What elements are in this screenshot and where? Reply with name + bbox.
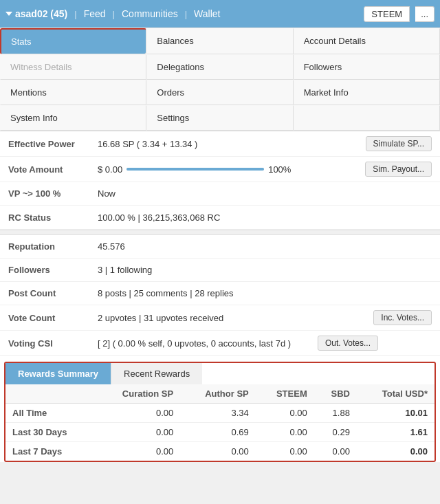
sim-payout-button[interactable]: Sim. Payout... bbox=[365, 162, 432, 177]
rewards-table: Curation SP Author SP STEEM SBD Total US… bbox=[6, 384, 434, 461]
row-curation-2: 0.00 bbox=[95, 442, 180, 461]
post-count-value: 8 posts | 25 comments | 28 replies bbox=[98, 288, 432, 298]
menu-item-system-info[interactable]: System Info bbox=[0, 105, 146, 131]
effective-power-label: Effective Power bbox=[8, 139, 98, 149]
row-author-1: 0.69 bbox=[180, 423, 256, 442]
tab-rewards-summary[interactable]: Rewards Summary bbox=[6, 363, 111, 384]
vote-slider-track[interactable] bbox=[126, 168, 264, 171]
effective-power-row: Effective Power 16.68 SP ( 3.34 + 13.34 … bbox=[0, 131, 440, 157]
menu-item-followers[interactable]: Followers bbox=[294, 54, 440, 80]
row-steem-0: 0.00 bbox=[256, 404, 314, 423]
nav-communities[interactable]: Communities bbox=[122, 8, 178, 19]
stats-section-social: Reputation 45.576 Followers 3 | 1 follow… bbox=[0, 235, 440, 356]
rewards-tabs: Rewards Summary Recent Rewards bbox=[6, 363, 434, 384]
rewards-section: Rewards Summary Recent Rewards Curation … bbox=[4, 362, 436, 462]
vp-value: Now bbox=[98, 188, 432, 199]
dots-button[interactable]: ... bbox=[415, 6, 434, 22]
col-header-steem: STEEM bbox=[256, 384, 314, 404]
followers-value: 3 | 1 following bbox=[98, 265, 432, 275]
nav-username: asad02 (45) bbox=[15, 8, 67, 19]
stats-section-power: Effective Power 16.68 SP ( 3.34 + 13.34 … bbox=[0, 131, 440, 230]
col-header-curation: Curation SP bbox=[95, 384, 180, 404]
vote-slider-container: $ 0.00 100% bbox=[98, 164, 365, 175]
vote-count-label: Vote Count bbox=[8, 313, 98, 323]
col-header-sbd: SBD bbox=[314, 384, 357, 404]
stats-divider-1 bbox=[0, 230, 440, 235]
menu-item-delegations[interactable]: Delegations bbox=[146, 54, 293, 80]
menu-grid: Stats Balances Account Details Witness D… bbox=[0, 28, 440, 131]
voting-csi-row: Voting CSI [ 2] ( 0.00 % self, 0 upvotes… bbox=[0, 331, 440, 355]
post-count-label: Post Count bbox=[8, 288, 98, 298]
reputation-value: 45.576 bbox=[98, 241, 432, 252]
col-header-total: Total USD* bbox=[357, 384, 434, 404]
row-total-0: 10.01 bbox=[357, 404, 434, 423]
rc-label: RC Status bbox=[8, 212, 98, 223]
menu-item-witness-details: Witness Details bbox=[0, 54, 146, 80]
reputation-row: Reputation 45.576 bbox=[0, 235, 440, 259]
post-count-row: Post Count 8 posts | 25 comments | 28 re… bbox=[0, 282, 440, 305]
menu-item-balances[interactable]: Balances bbox=[146, 28, 293, 54]
row-label-0: All Time bbox=[6, 404, 95, 423]
nav-sep-2: | bbox=[113, 9, 115, 19]
menu-item-account-details[interactable]: Account Details bbox=[294, 28, 440, 54]
menu-item-mentions[interactable]: Mentions bbox=[0, 80, 146, 105]
row-sbd-0: 1.88 bbox=[314, 404, 357, 423]
nav-sep-3: | bbox=[185, 9, 187, 19]
col-header-label bbox=[6, 384, 95, 404]
row-sbd-1: 0.29 bbox=[314, 423, 357, 442]
vote-amount-row: Vote Amount $ 0.00 100% Sim. Payout... bbox=[0, 157, 440, 182]
reputation-label: Reputation bbox=[8, 241, 98, 252]
menu-item-stats[interactable]: Stats bbox=[0, 28, 146, 54]
menu-item-orders[interactable]: Orders bbox=[146, 80, 293, 105]
followers-label: Followers bbox=[8, 265, 98, 275]
dropdown-icon bbox=[6, 12, 12, 16]
row-steem-1: 0.00 bbox=[256, 423, 314, 442]
top-nav: asad02 (45) | Feed | Communities | Walle… bbox=[0, 0, 440, 28]
voting-csi-value: [ 2] ( 0.00 % self, 0 upvotes, 0 account… bbox=[98, 338, 318, 349]
nav-feed[interactable]: Feed bbox=[84, 8, 106, 19]
row-curation-1: 0.00 bbox=[95, 423, 180, 442]
row-label-2: Last 7 Days bbox=[6, 442, 95, 461]
col-header-author: Author SP bbox=[180, 384, 256, 404]
out-votes-button[interactable]: Out. Votes... bbox=[318, 336, 378, 351]
followers-row: Followers 3 | 1 following bbox=[0, 259, 440, 282]
nav-user[interactable]: asad02 (45) bbox=[6, 8, 67, 19]
vote-count-row: Vote Count 2 upvotes | 31 upvotes receiv… bbox=[0, 305, 440, 331]
tab-recent-rewards[interactable]: Recent Rewards bbox=[111, 363, 202, 384]
table-row: All Time 0.00 3.34 0.00 1.88 10.01 bbox=[6, 404, 434, 423]
stats-content: Effective Power 16.68 SP ( 3.34 + 13.34 … bbox=[0, 131, 440, 462]
row-total-1: 1.61 bbox=[357, 423, 434, 442]
row-author-2: 0.00 bbox=[180, 442, 256, 461]
menu-item-market-info[interactable]: Market Info bbox=[294, 80, 440, 105]
row-steem-2: 0.00 bbox=[256, 442, 314, 461]
table-row: Last 7 Days 0.00 0.00 0.00 0.00 0.00 bbox=[6, 442, 434, 461]
inc-votes-button[interactable]: Inc. Votes... bbox=[373, 310, 432, 325]
rewards-header-row: Curation SP Author SP STEEM SBD Total US… bbox=[6, 384, 434, 404]
row-author-0: 3.34 bbox=[180, 404, 256, 423]
vp-label: VP ~> 100 % bbox=[8, 188, 98, 199]
row-total-2: 0.00 bbox=[357, 442, 434, 461]
vote-amount-value: $ 0.00 bbox=[98, 164, 122, 175]
row-sbd-2: 0.00 bbox=[314, 442, 357, 461]
steem-button[interactable]: STEEM bbox=[364, 6, 410, 22]
vp-row: VP ~> 100 % Now bbox=[0, 182, 440, 206]
rc-value: 100.00 % | 36,215,363,068 RC bbox=[98, 212, 432, 223]
menu-item-empty bbox=[294, 105, 440, 131]
simulate-sp-button[interactable]: Simulate SP... bbox=[366, 136, 432, 151]
effective-power-value: 16.68 SP ( 3.34 + 13.34 ) bbox=[98, 139, 366, 149]
row-curation-0: 0.00 bbox=[95, 404, 180, 423]
nav-wallet[interactable]: Wallet bbox=[194, 8, 220, 19]
table-row: Last 30 Days 0.00 0.69 0.00 0.29 1.61 bbox=[6, 423, 434, 442]
rc-row: RC Status 100.00 % | 36,215,363,068 RC bbox=[0, 206, 440, 229]
voting-csi-label: Voting CSI bbox=[8, 338, 98, 349]
vote-amount-label: Vote Amount bbox=[8, 164, 98, 175]
row-label-1: Last 30 Days bbox=[6, 423, 95, 442]
vote-slider-fill bbox=[126, 168, 264, 171]
menu-item-settings[interactable]: Settings bbox=[146, 105, 293, 131]
nav-sep-1: | bbox=[74, 9, 76, 19]
vote-count-value: 2 upvotes | 31 upvotes received bbox=[98, 313, 373, 323]
vote-percentage: 100% bbox=[268, 164, 291, 175]
